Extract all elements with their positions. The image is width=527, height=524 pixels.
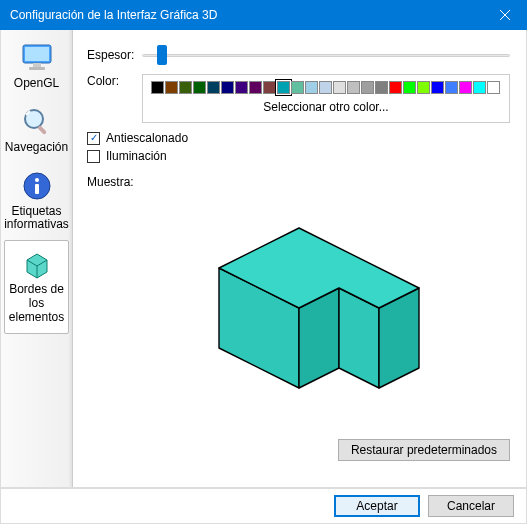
color-swatch[interactable] <box>361 81 374 94</box>
color-panel: Seleccionar otro color... <box>142 74 510 123</box>
slider-thumb[interactable] <box>157 45 167 65</box>
more-color-link[interactable]: Seleccionar otro color... <box>151 100 501 114</box>
sidebar-item-label: Bordes de los elementos <box>8 283 65 324</box>
antialias-checkbox[interactable]: ✓ Antiescalonado <box>87 131 510 145</box>
color-swatch[interactable] <box>221 81 234 94</box>
svg-rect-10 <box>35 184 39 194</box>
color-swatch[interactable] <box>417 81 430 94</box>
slider-track <box>142 54 510 57</box>
sample-label: Muestra: <box>87 175 510 189</box>
color-swatch[interactable] <box>473 81 486 94</box>
checkbox-icon: ✓ <box>87 132 100 145</box>
dialog-footer: Aceptar Cancelar <box>0 488 527 524</box>
cancel-button[interactable]: Cancelar <box>428 495 514 517</box>
magnifier-icon <box>20 105 54 139</box>
svg-point-9 <box>35 178 39 182</box>
sidebar-item-edges[interactable]: Bordes de los elementos <box>4 240 69 333</box>
monitor-icon <box>20 41 54 75</box>
window-title: Configuración de la Interfaz Gráfica 3D <box>10 8 482 22</box>
info-icon <box>20 169 54 203</box>
color-swatch[interactable] <box>375 81 388 94</box>
sidebar-item-opengl[interactable]: OpenGL <box>1 35 72 99</box>
color-swatch[interactable] <box>403 81 416 94</box>
sidebar: OpenGL Navegación Etiquetas informativ <box>1 30 73 487</box>
thickness-label: Espesor: <box>87 48 142 62</box>
color-swatch[interactable] <box>347 81 360 94</box>
color-swatch[interactable] <box>305 81 318 94</box>
svg-rect-7 <box>37 125 47 135</box>
color-swatches <box>151 81 501 94</box>
sidebar-item-label: Navegación <box>4 141 69 155</box>
color-swatch[interactable] <box>431 81 444 94</box>
color-swatch[interactable] <box>389 81 402 94</box>
color-swatch[interactable] <box>263 81 276 94</box>
color-swatch[interactable] <box>151 81 164 94</box>
color-swatch[interactable] <box>193 81 206 94</box>
lighting-label: Iluminación <box>106 149 167 163</box>
color-swatch[interactable] <box>333 81 346 94</box>
color-label: Color: <box>87 74 142 88</box>
titlebar: Configuración de la Interfaz Gráfica 3D <box>0 0 527 30</box>
checkboxes: ✓ Antiescalonado Iluminación <box>87 131 510 163</box>
svg-rect-4 <box>33 63 41 67</box>
color-swatch[interactable] <box>319 81 332 94</box>
color-swatch[interactable] <box>277 81 290 94</box>
color-swatch[interactable] <box>179 81 192 94</box>
sidebar-item-label: OpenGL <box>4 77 69 91</box>
color-swatch[interactable] <box>291 81 304 94</box>
close-button[interactable] <box>482 0 527 30</box>
ok-button[interactable]: Aceptar <box>334 495 420 517</box>
dialog-body: OpenGL Navegación Etiquetas informativ <box>0 30 527 488</box>
svg-rect-5 <box>29 67 45 70</box>
color-swatch[interactable] <box>249 81 262 94</box>
lighting-checkbox[interactable]: Iluminación <box>87 149 510 163</box>
svg-rect-3 <box>25 47 49 61</box>
color-swatch[interactable] <box>235 81 248 94</box>
sample-shape <box>139 198 459 428</box>
thickness-slider[interactable] <box>142 44 510 66</box>
restore-defaults-button[interactable]: Restaurar predeterminados <box>338 439 510 461</box>
color-swatch[interactable] <box>165 81 178 94</box>
antialias-label: Antiescalonado <box>106 131 188 145</box>
color-swatch[interactable] <box>207 81 220 94</box>
sidebar-item-navigation[interactable]: Navegación <box>1 99 72 163</box>
sidebar-item-tooltips[interactable]: Etiquetas informativas <box>1 163 72 241</box>
color-swatch[interactable] <box>459 81 472 94</box>
close-icon <box>500 10 510 20</box>
checkbox-icon <box>87 150 100 163</box>
sidebar-item-label: Etiquetas informativas <box>4 205 69 233</box>
color-swatch[interactable] <box>445 81 458 94</box>
cube-icon <box>20 247 54 281</box>
main-panel: Espesor: Color: Seleccionar otro color..… <box>73 30 526 487</box>
color-swatch[interactable] <box>487 81 500 94</box>
sample-area <box>87 193 510 433</box>
